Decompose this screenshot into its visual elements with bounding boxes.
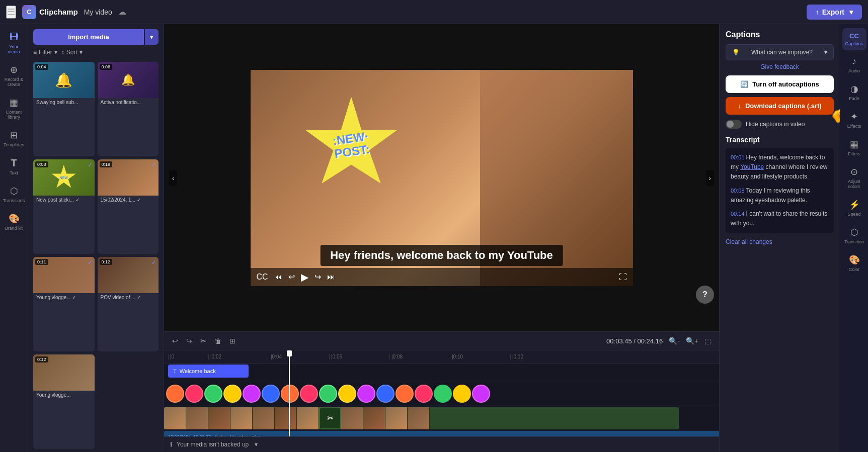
right-sidebar-item-effects[interactable]: ✦ Effects [842, 107, 866, 133]
transitions-icon: ⬡ [10, 186, 18, 197]
media-check-icon: ✓ [151, 161, 156, 168]
media-item[interactable]: 🔔 0:06 Activa notificatio... [98, 62, 159, 156]
sidebar-item-templates[interactable]: ⊞ Templates [2, 126, 26, 151]
media-check-icon: ✓ [88, 161, 93, 168]
improve-button[interactable]: 💡 What can we improve? ▾ [726, 44, 834, 60]
export-dropdown-arrow[interactable]: ▾ [849, 8, 853, 16]
ruler-mark: |0:02 [208, 354, 269, 359]
hamburger-menu-button[interactable]: ☰ [6, 6, 16, 19]
save-icon[interactable]: ☁ [118, 7, 126, 17]
delete-button[interactable]: 🗑 [212, 335, 223, 347]
preview-nav-left-button[interactable]: ‹ [169, 170, 177, 186]
right-sidebar-item-transition[interactable]: ⬡ Transition [842, 223, 866, 248]
sticker-chip[interactable] [166, 385, 184, 403]
media-thumb: 0:19 ✓ [98, 159, 159, 196]
cut-button[interactable]: ✂ [198, 335, 208, 347]
import-media-button[interactable]: Import media [33, 29, 144, 45]
sidebar-item-brand-kit[interactable]: 🎨 Brand kit [2, 209, 26, 235]
sticker-chip[interactable] [396, 385, 414, 403]
zoom-out-button[interactable]: 🔍- [667, 335, 682, 347]
sticker-chip[interactable] [300, 385, 318, 403]
ruler-mark: |0:06 [329, 354, 389, 359]
sidebar-item-text[interactable]: T Text [2, 153, 26, 179]
export-button[interactable]: ↑ Export ▾ [807, 5, 862, 20]
sticker-chip[interactable] [338, 385, 356, 403]
project-title[interactable]: My video [84, 8, 112, 16]
right-sidebar-item-speed[interactable]: ⚡ Speed [842, 195, 866, 221]
preview-nav-right-button[interactable]: › [706, 170, 714, 186]
sidebar-item-content-library[interactable]: ▦ Content library [2, 93, 26, 124]
zoom-in-button[interactable]: 🔍+ [684, 335, 700, 347]
clear-changes-link[interactable]: Clear all changes [726, 238, 834, 245]
fit-button[interactable]: ⬚ [702, 335, 713, 347]
transcript-entry: 00:01 Hey friends, welcome back to my Yo… [731, 153, 829, 182]
media-item[interactable]: 0:19 ✓ 15/02/2024, 1... ✓ [98, 159, 159, 254]
turn-off-autocaptions-button[interactable]: 🔄 Turn off autocaptions [726, 75, 834, 93]
video-track-segment[interactable]: ✂ [164, 407, 679, 429]
transcript-entry: 00:08 Today I'm reviewing this amazing e… [731, 186, 829, 205]
media-duration-badge: 0:08 [35, 161, 48, 167]
right-sidebar-item-adjust-colors[interactable]: ⊙ Adjust colors [842, 162, 866, 193]
templates-label: Templates [4, 142, 24, 147]
copy-button[interactable]: ⊞ [227, 335, 238, 347]
media-item[interactable]: 0:12 ✓ POV video of ... ✓ [98, 257, 159, 351]
right-sidebar-item-captions[interactable]: CC Captions [842, 28, 866, 50]
app-name: Clipchamp [39, 8, 78, 16]
download-captions-button[interactable]: ↓ Download captions (.srt) [726, 97, 834, 115]
topbar: ☰ C Clipchamp My video ☁ ↑ Export ▾ [0, 0, 868, 24]
sticker-chip[interactable] [357, 385, 375, 403]
import-dropdown-button[interactable]: ▾ [145, 29, 159, 45]
sidebar-item-your-media[interactable]: 🎞 Your media [2, 28, 26, 58]
sticker-chip[interactable] [434, 385, 452, 403]
video-preview: 16:9 :NEW·POST: Hey friends, welcome bac… [251, 70, 633, 286]
fade-icon: ◑ [850, 83, 858, 95]
sidebar-item-record-create[interactable]: ⊕ Record & create [2, 60, 26, 91]
hide-captions-toggle[interactable] [726, 120, 742, 129]
play-button[interactable]: ▶ [301, 271, 308, 283]
sticker-chip[interactable] [281, 385, 299, 403]
caption-chip[interactable]: T Welcome back [168, 365, 249, 378]
media-item[interactable]: 0:12 Young vlogge... [33, 354, 95, 449]
skip-forward-button[interactable]: ↪ [314, 272, 321, 282]
sticker-chip[interactable] [243, 385, 261, 403]
sticker-chip[interactable] [223, 385, 242, 403]
hide-captions-label: Hide captions in video [746, 121, 805, 128]
timeline: ↩ ↪ ✂ 🗑 ⊞ 00:03.45 / 00:24.16 🔍- 🔍+ ⬚ [164, 331, 719, 452]
redo-button[interactable]: ↪ [184, 335, 194, 347]
right-sidebar-item-filters[interactable]: ▦ Filters [842, 135, 866, 160]
right-sidebar-item-audio[interactable]: ♪ Audio [842, 52, 866, 77]
cc-toggle-button[interactable]: CC [257, 273, 268, 282]
media-item[interactable]: 🔔 0:04 Swaying bell sub... [33, 62, 95, 156]
transcript-box[interactable]: 00:01 Hey friends, welcome back to my Yo… [726, 148, 834, 233]
sticker-chip[interactable] [472, 385, 490, 403]
help-button[interactable]: ? [696, 286, 714, 304]
sticker-chip[interactable] [319, 385, 337, 403]
improve-label: What can we improve? [751, 49, 813, 56]
media-item[interactable]: NEW 0:08 ✓ New post sticki... ✓ [33, 159, 95, 254]
adjust-colors-icon: ⊙ [850, 166, 858, 177]
fullscreen-button[interactable]: ⛶ [619, 273, 627, 282]
sticker-chip[interactable] [453, 385, 471, 403]
sticker-chip[interactable] [204, 385, 222, 403]
sort-button[interactable]: ↕ Sort ▾ [61, 49, 83, 56]
sidebar-item-transitions[interactable]: ⬡ Transitions [2, 182, 26, 207]
sticker-chip[interactable] [376, 385, 394, 403]
logo-icon: C [22, 5, 36, 19]
export-upload-icon: ↑ [816, 8, 819, 16]
speed-icon: ⚡ [849, 199, 860, 210]
skip-back-button[interactable]: ↩ [288, 272, 295, 282]
undo-button[interactable]: ↩ [170, 335, 180, 347]
media-item[interactable]: 0:11 ✓ Young vlogge... ✓ [33, 257, 95, 351]
rewind-button[interactable]: ⏮ [274, 273, 282, 282]
fast-forward-button[interactable]: ⏭ [327, 273, 335, 282]
sticker-chip[interactable] [415, 385, 433, 403]
sticker-chip[interactable] [262, 385, 280, 403]
feedback-link[interactable]: Give feedback [726, 63, 834, 70]
right-sidebar-item-fade[interactable]: ◑ Fade [842, 79, 866, 105]
right-sidebar-item-color[interactable]: 🎨 Color [842, 250, 866, 276]
timeline-tracks[interactable]: |0 |0:02 |0:04 |0:06 |0:08 |0:10 |0:12 [164, 350, 719, 436]
backup-dropdown-icon[interactable]: ▾ [255, 441, 258, 448]
sticker-chip[interactable] [185, 385, 203, 403]
audio-track-segment[interactable]: 15/02/2024, 15:33:07 · Audio - My video.… [164, 431, 719, 436]
filter-button[interactable]: ≡ Filter ▾ [33, 49, 57, 56]
